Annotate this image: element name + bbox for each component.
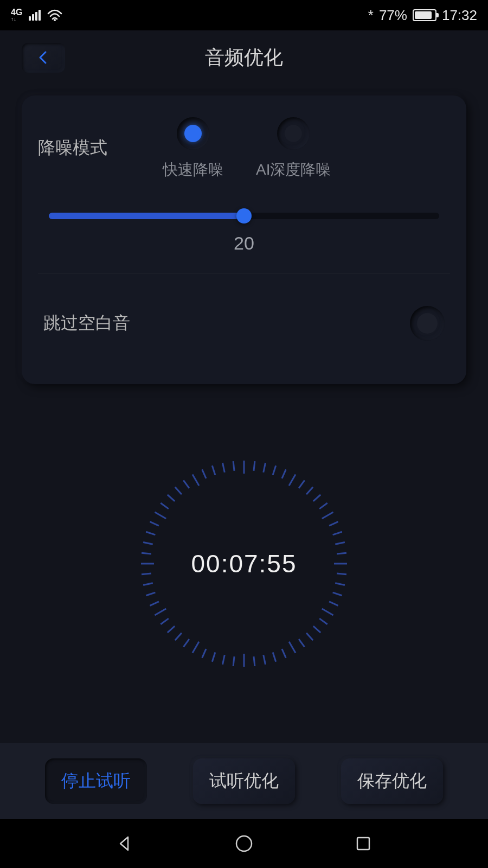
svg-rect-2 — [357, 838, 369, 850]
circle-home-icon — [234, 834, 254, 853]
triangle-back-icon — [116, 835, 133, 852]
clock-time: 17:32 — [442, 7, 477, 24]
svg-point-1 — [236, 836, 252, 851]
status-bar: 4G ↑↓ * 77% 17:32 — [0, 0, 488, 30]
noise-mode-row: 降噪模式 快速降噪 AI深度降噪 — [38, 117, 450, 196]
timer-section: 00:07:55 — [22, 384, 466, 743]
timer-display: 00:07:55 — [141, 461, 347, 667]
slider-thumb[interactable] — [236, 208, 252, 224]
nav-recents-button[interactable] — [352, 833, 374, 854]
timer-dial: 00:07:55 — [141, 461, 347, 667]
bluetooth-icon: * — [368, 7, 374, 24]
chevron-left-icon — [36, 50, 51, 65]
battery-icon — [413, 9, 436, 21]
svg-point-0 — [54, 19, 56, 21]
radio-circle — [277, 117, 310, 150]
status-right: * 77% 17:32 — [368, 7, 477, 24]
radio-option-ai[interactable]: AI深度降噪 — [256, 117, 331, 180]
radio-label-fast: 快速降噪 — [163, 159, 223, 180]
square-recents-icon — [355, 835, 371, 852]
slider-fill — [49, 213, 244, 219]
content: 降噪模式 快速降噪 AI深度降噪 — [0, 85, 488, 743]
skip-silence-label: 跳过空白音 — [43, 311, 130, 335]
back-button[interactable] — [22, 43, 65, 73]
slider-value: 20 — [43, 233, 445, 273]
system-nav-bar — [0, 819, 488, 868]
radio-label-ai: AI深度降噪 — [256, 159, 331, 180]
preview-optimize-button[interactable]: 试听优化 — [193, 758, 295, 804]
skip-silence-toggle[interactable] — [410, 306, 445, 341]
bottom-action-bar: 停止试听 试听优化 保存优化 — [0, 743, 488, 819]
wifi-icon — [47, 9, 62, 21]
skip-silence-row: 跳过空白音 — [38, 273, 450, 357]
radio-circle — [177, 117, 209, 150]
cell-signal-icon — [29, 10, 41, 21]
noise-slider: 20 — [38, 196, 450, 273]
battery-percent: 77% — [379, 7, 407, 24]
status-left: 4G ↑↓ — [11, 8, 62, 22]
page-title: 音频优化 — [205, 44, 283, 71]
noise-mode-radio-group: 快速降噪 AI深度降噪 — [163, 117, 450, 180]
save-optimize-button[interactable]: 保存优化 — [341, 758, 443, 804]
header: 音频优化 — [0, 30, 488, 85]
stop-preview-button[interactable]: 停止试听 — [45, 758, 147, 804]
nav-back-button[interactable] — [114, 833, 136, 854]
radio-option-fast[interactable]: 快速降噪 — [163, 117, 223, 180]
settings-card: 降噪模式 快速降噪 AI深度降噪 — [22, 95, 466, 384]
noise-mode-label: 降噪模式 — [38, 117, 146, 160]
network-indicator-icon: 4G ↑↓ — [11, 8, 22, 22]
nav-home-button[interactable] — [233, 833, 255, 854]
slider-track[interactable] — [49, 213, 439, 219]
